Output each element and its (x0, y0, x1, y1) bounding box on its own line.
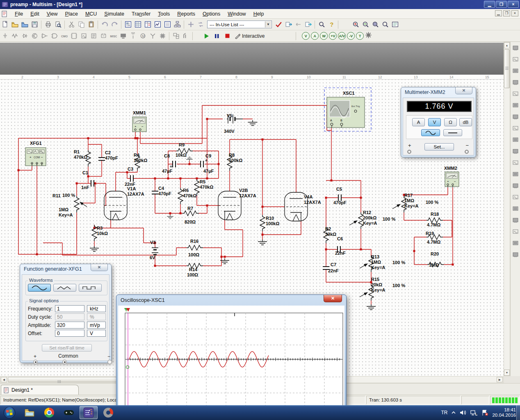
analog-icon[interactable] (39, 31, 49, 41)
oscilloscope-plot-area[interactable]: 1 (118, 306, 344, 417)
instrument-toolbar-item-10[interactable] (511, 146, 520, 157)
instrument-toolbar-item-5[interactable] (511, 88, 520, 99)
action-center-flag-icon[interactable] (481, 410, 488, 416)
amplitude-input[interactable]: 320 (55, 322, 84, 329)
instrument-toolbar-item-15[interactable] (511, 203, 520, 214)
instrument-toolbar-item-6[interactable] (511, 100, 520, 111)
fg-plus-terminal[interactable] (33, 360, 38, 364)
back-annotate-icon[interactable] (293, 20, 303, 30)
interactive-button[interactable]: Interactive (232, 33, 267, 39)
ttl-icon[interactable] (49, 31, 59, 41)
instrument-toolbar-item-9[interactable] (511, 134, 520, 145)
rf-icon[interactable] (128, 31, 138, 41)
open-file-icon[interactable] (20, 20, 30, 30)
new-file-icon[interactable] (0, 20, 10, 30)
ac-mode-button[interactable] (421, 129, 440, 136)
pause-simulation-button[interactable] (212, 31, 222, 41)
close-button[interactable]: × (508, 1, 519, 8)
multimeter-minus-terminal[interactable] (465, 150, 469, 154)
scroll-up-icon[interactable]: ▲ (504, 42, 510, 48)
probe-w-icon[interactable]: W (320, 32, 328, 40)
probe-v-icon[interactable]: V (302, 32, 310, 40)
database-toggle-icon[interactable] (162, 20, 172, 30)
bus-icon[interactable] (181, 31, 191, 41)
offset-unit[interactable]: V (87, 330, 106, 337)
peripheral-icon[interactable] (118, 31, 128, 41)
hier-block-icon[interactable] (171, 31, 181, 41)
ohm-mode-button[interactable]: Ω (444, 118, 457, 126)
taskbar-explorer[interactable] (21, 406, 39, 419)
set-rise-fall-button[interactable]: Set rise/Fall time (42, 344, 92, 352)
fg-common-terminal[interactable] (62, 360, 67, 364)
copy-icon[interactable] (76, 20, 86, 30)
graph-toggle-icon[interactable] (153, 20, 162, 30)
zoom-out-icon[interactable] (360, 20, 370, 30)
menu-item-view[interactable]: View (43, 10, 62, 18)
tab-design1[interactable]: Design1 * (1, 385, 79, 395)
probe-v-icon[interactable]: +V (329, 32, 337, 40)
find-icon[interactable] (317, 20, 326, 30)
help-icon[interactable]: ? (326, 20, 336, 30)
instrument-toolbar-item-3[interactable] (511, 65, 520, 76)
probe-t-icon[interactable]: T (356, 32, 364, 40)
instrument-toolbar-item-16[interactable] (511, 215, 520, 226)
misc-digital-icon[interactable] (69, 31, 79, 41)
instrument-toolbar-item-14[interactable] (511, 192, 520, 203)
show-desktop-button[interactable] (516, 405, 520, 420)
db-mode-button[interactable]: dB (459, 118, 472, 126)
open-folder-icon[interactable] (10, 20, 20, 30)
probe-a-icon[interactable]: A (311, 32, 319, 40)
probe-av-icon[interactable]: A/V (338, 32, 346, 40)
horizontal-scroll-thumb[interactable] (8, 377, 116, 382)
instrument-toolbar-item-13[interactable] (511, 180, 520, 191)
ampere-mode-button[interactable]: A (412, 118, 425, 126)
view-toggle-icon[interactable] (123, 20, 133, 30)
grid-toggle-icon[interactable] (133, 20, 143, 30)
instrument-toolbar-item-4[interactable] (511, 77, 520, 88)
taskbar-game[interactable] (60, 406, 78, 419)
instrument-toolbar-item-12[interactable] (511, 169, 520, 180)
mdi-close-button[interactable]: × (511, 10, 518, 16)
basic-icon[interactable] (10, 31, 20, 41)
language-indicator[interactable]: TR (441, 410, 447, 415)
menu-item-transfer[interactable]: Transfer (128, 10, 154, 18)
instrument-toolbar-item-1[interactable] (511, 42, 520, 53)
connector-icon[interactable] (148, 31, 157, 41)
scroll-down-icon[interactable]: ▼ (504, 370, 510, 376)
run-simulation-button[interactable] (202, 31, 212, 41)
volume-icon[interactable] (460, 410, 467, 415)
square-waveform-button[interactable] (79, 284, 102, 292)
mixed-icon[interactable] (79, 31, 89, 41)
multimeter-set-button[interactable]: Set... (424, 143, 454, 151)
amplitude-unit[interactable]: mVp (87, 322, 106, 329)
multimeter-close-button[interactable]: ✕ (455, 87, 472, 94)
menu-item-help[interactable]: Help (250, 10, 268, 18)
save-icon[interactable] (30, 20, 39, 30)
offset-input[interactable]: 0 (55, 330, 84, 337)
replace-part-icon[interactable] (196, 20, 205, 30)
instrument-toolbar-item-18[interactable] (511, 237, 520, 249)
sine-waveform-button[interactable] (28, 284, 51, 292)
vertical-scrollbar[interactable]: ▲ ▼ (504, 42, 510, 376)
instrument-toolbar-item-8[interactable] (511, 123, 520, 134)
menu-item-options[interactable]: Options (199, 10, 224, 18)
probe-v-icon[interactable]: -V (347, 32, 355, 40)
oscilloscope-close-button[interactable]: ✕ (324, 295, 342, 302)
menu-item-place[interactable]: Place (62, 10, 82, 18)
taskbar-chrome[interactable] (40, 406, 58, 419)
scroll-left-icon[interactable]: ◀ (1, 377, 7, 382)
taskbar-multisim[interactable] (80, 406, 98, 419)
instrument-toolbar-item-11[interactable] (511, 157, 520, 168)
erc-check-icon[interactable] (274, 20, 283, 30)
diode-icon[interactable] (20, 31, 30, 41)
cmos-icon[interactable]: CMOS (59, 31, 69, 41)
transistor-icon[interactable] (30, 31, 39, 41)
menu-item-simulate[interactable]: Simulate (100, 10, 128, 18)
hidden-icons-arrow[interactable] (451, 411, 456, 414)
probe-settings-gear-icon[interactable] (365, 32, 372, 40)
instrument-toolbar-item-19[interactable] (511, 249, 520, 260)
zoom-area-icon[interactable] (370, 20, 380, 30)
spreadsheet-toggle-icon[interactable] (143, 20, 153, 30)
frequency-input[interactable]: 1 (55, 305, 84, 312)
minimize-button[interactable]: ▁ (484, 1, 495, 8)
